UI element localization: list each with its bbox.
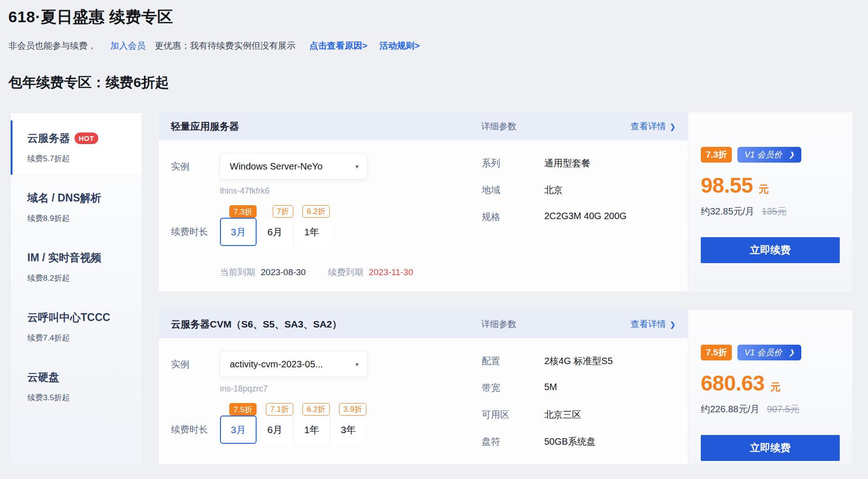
- activity-rules-link[interactable]: 活动规则>: [379, 40, 420, 52]
- discount-badge: 7折: [273, 205, 293, 218]
- sidebar-item-discount: 续费5.7折起: [27, 153, 142, 164]
- discount-badge: 7.3折: [229, 205, 257, 218]
- member-price-label: V1 会员价: [744, 149, 782, 160]
- param-value: 2核4G 标准型S5: [544, 355, 613, 367]
- price-badges: 7.3折 V1 会员价 ❯: [701, 147, 840, 163]
- price-monthly-row: 约226.88元/月 907.5元: [701, 403, 840, 416]
- sidebar-item-cbs[interactable]: 云硬盘 续费3.5折起: [11, 359, 142, 414]
- param-label: 地域: [482, 184, 544, 196]
- card-main: 轻量应用服务器 详细参数 查看详情 ❯ 实例: [159, 113, 688, 291]
- duration-label: 续费时长: [171, 226, 220, 238]
- duration-row: 续费时长 7.3折 3月 7折 6月: [171, 218, 482, 246]
- price-panel: 7.5折 V1 会员价 ❯ 680.63 元 约226.88元/月 907.5元: [688, 310, 852, 464]
- discount-badge: 6.2折: [302, 403, 330, 416]
- discount-badge: 7.5折: [229, 403, 257, 416]
- sidebar-item-discount: 续费8.9折起: [27, 213, 142, 224]
- param-label: 配置: [482, 355, 544, 367]
- sidebar-item-tccc-label: 云呼叫中心TCCC: [27, 310, 110, 325]
- original-price: 135元: [762, 205, 786, 218]
- duration-options: 7.3折 3月 7折 6月 6.2折 1年: [220, 218, 330, 246]
- param-label: 可用区: [482, 409, 544, 421]
- sidebar-item-cvm[interactable]: 云服务器 HOT 续费5.7折起: [11, 120, 142, 175]
- duration-option-1y[interactable]: 6.2折 1年: [293, 218, 330, 246]
- instance-select-value: Windows Server-NeYo: [230, 161, 322, 172]
- duration-option-3y[interactable]: 3.9折 3年: [330, 416, 366, 444]
- sidebar-item-discount: 续费7.4折起: [27, 333, 142, 343]
- sidebar-item-title: 域名 / DNS解析: [27, 191, 142, 205]
- param-row: 可用区 北京三区: [482, 409, 679, 421]
- duration-option-3m[interactable]: 7.3折 3月: [220, 218, 257, 246]
- discount-badge: 6.2折: [302, 205, 330, 218]
- chevron-right-icon: ❯: [788, 151, 794, 159]
- price-discount-badge: 7.3折: [701, 147, 732, 163]
- card-body: 实例 activity-cvm-2023-05... ▾ ins-18pqzrc…: [159, 338, 688, 464]
- param-label: 系列: [482, 157, 544, 170]
- instance-label: 实例: [171, 160, 220, 173]
- sidebar-item-dns[interactable]: 域名 / DNS解析 续费8.9折起: [11, 180, 142, 234]
- monthly-price: 约32.85元/月: [701, 205, 755, 218]
- param-value: 5M: [544, 382, 557, 394]
- duration-option-label: 6月: [267, 226, 283, 239]
- duration-label: 续费时长: [171, 423, 220, 436]
- params-column: 配置 2核4G 标准型S5 带宽 5M 可用区 北京三区: [482, 351, 688, 462]
- subtitle-row: 非会员也能参与续费， 加入会员 更优惠；我有待续费实例但没有展示 点击查看原因>…: [8, 40, 868, 52]
- duration-row: 续费时长 7.5折 3月 7.1折 6月: [171, 416, 482, 444]
- duration-option-3m[interactable]: 7.5折 3月: [220, 416, 257, 444]
- detail-params-label: 详细参数: [481, 318, 516, 330]
- renew-now-button[interactable]: 立即续费: [701, 435, 840, 461]
- sidebar-item-discount: 续费8.2折起: [27, 273, 142, 284]
- price-value: 98.55: [701, 173, 753, 197]
- price-monthly-row: 约32.85元/月 135元: [701, 205, 840, 218]
- category-sidebar: 云服务器 HOT 续费5.7折起 域名 / DNS解析 续费8.9折起 IM /…: [10, 113, 142, 464]
- card-header-right: 详细参数 查看详情 ❯: [481, 120, 676, 132]
- chevron-right-icon: ❯: [670, 320, 676, 329]
- sidebar-item-title: IM / 实时音视频: [27, 251, 142, 265]
- member-price-badge[interactable]: V1 会员价 ❯: [737, 345, 801, 360]
- view-details-link[interactable]: 查看详情 ❯: [631, 120, 676, 132]
- view-details-link[interactable]: 查看详情 ❯: [631, 318, 676, 330]
- duration-option-label: 6月: [267, 423, 283, 436]
- view-reason-link[interactable]: 点击查看原因>: [309, 40, 367, 52]
- param-label: 规格: [482, 211, 544, 223]
- product-card-lighthouse: 轻量应用服务器 详细参数 查看详情 ❯ 实例: [159, 113, 852, 291]
- member-price-badge[interactable]: V1 会员价 ❯: [737, 147, 801, 163]
- page-title: 618·夏日盛惠 续费专区: [8, 6, 868, 28]
- product-cards: 轻量应用服务器 详细参数 查看详情 ❯ 实例: [159, 113, 852, 464]
- param-label: 盘符: [482, 435, 544, 448]
- price-discount-badge: 7.5折: [701, 345, 732, 360]
- discount-badge: 7.1折: [266, 403, 293, 416]
- duration-option-1y[interactable]: 6.2折 1年: [293, 416, 330, 444]
- renew-expiry-label: 续费到期: [328, 266, 363, 278]
- instance-select[interactable]: Windows Server-NeYo ▾: [220, 153, 367, 179]
- section-title: 包年续费专区：续费6折起: [8, 73, 868, 92]
- card-header-right: 详细参数 查看详情 ❯: [481, 318, 676, 330]
- instance-label: 实例: [171, 358, 220, 371]
- price-value: 680.63: [701, 371, 765, 395]
- sidebar-item-title: 云呼叫中心TCCC: [27, 310, 142, 325]
- subtitle-text-2: 更优惠；我有待续费实例但没有展示: [155, 40, 296, 52]
- expiry-dates-row: 当前到期 2023-08-30 续费到期 2023-11-30: [220, 266, 482, 278]
- duration-option-6m[interactable]: 7.1折 6月: [257, 416, 293, 444]
- product-card-cvm: 云服务器CVM（S6、S5、SA3、SA2） 详细参数 查看详情 ❯: [159, 310, 852, 464]
- sidebar-item-im[interactable]: IM / 实时音视频 续费8.2折起: [11, 240, 142, 294]
- duration-option-label: 3月: [231, 423, 246, 436]
- renew-expiry-date: 2023-11-30: [369, 267, 413, 277]
- instance-select[interactable]: activity-cvm-2023-05... ▾: [220, 351, 367, 377]
- join-member-link[interactable]: 加入会员: [110, 40, 145, 52]
- current-expiry-date: 2023-08-30: [261, 267, 306, 277]
- renew-now-button[interactable]: 立即续费: [701, 237, 840, 263]
- price-amount: 98.55 元: [701, 173, 840, 198]
- sidebar-item-discount: 续费3.5折起: [27, 392, 142, 403]
- subtitle-text-1: 非会员也能参与续费，: [8, 40, 96, 52]
- current-expiry-label: 当前到期: [220, 266, 255, 278]
- sidebar-item-cbs-label: 云硬盘: [27, 370, 59, 384]
- sidebar-item-dns-label: 域名 / DNS解析: [27, 191, 101, 205]
- price-currency: 元: [770, 381, 780, 393]
- card-header: 轻量应用服务器 详细参数 查看详情 ❯: [159, 113, 688, 140]
- instance-row: 实例 activity-cvm-2023-05... ▾: [171, 351, 482, 377]
- view-details-label: 查看详情: [631, 120, 666, 132]
- param-row: 地域 北京: [482, 184, 679, 196]
- duration-option-6m[interactable]: 7折 6月: [257, 218, 293, 246]
- duration-option-label: 3年: [341, 423, 356, 436]
- sidebar-item-tccc[interactable]: 云呼叫中心TCCC 续费7.4折起: [11, 300, 142, 354]
